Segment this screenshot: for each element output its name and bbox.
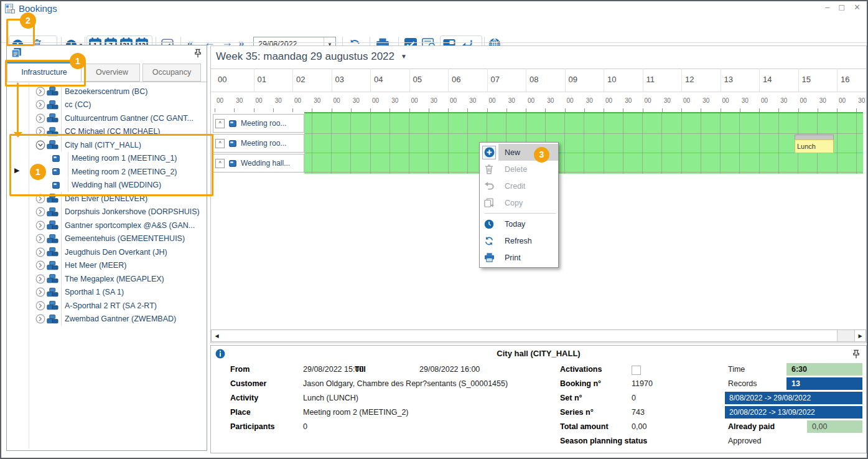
maximize-button[interactable]: ◻: [838, 2, 845, 12]
tree-item[interactable]: Jeugdhuis Den Overkant (JH): [7, 245, 207, 259]
scroll-right-button[interactable]: ▶: [854, 330, 866, 341]
expand-icon[interactable]: [35, 274, 45, 284]
row-collapse-button[interactable]: ^: [215, 119, 225, 128]
tree-item[interactable]: cc (CC): [7, 98, 207, 112]
site-cubes-icon: [47, 261, 58, 270]
sidebar-pin-icon[interactable]: [194, 49, 202, 60]
activations-label: Activations: [560, 365, 602, 374]
expand-icon[interactable]: [35, 207, 45, 217]
room-cube-icon: [52, 155, 60, 162]
booking-details-panel: City hall (CITY_HALL) From 29/08/2022 15…: [210, 345, 867, 453]
resource-row-1[interactable]: ^Meeting roo...: [213, 114, 304, 133]
tab-overview[interactable]: Overview: [84, 64, 140, 82]
collapse-icon[interactable]: [35, 140, 45, 150]
from-label: From: [230, 365, 250, 374]
menu-item-delete: Delete: [480, 161, 558, 177]
expand-icon[interactable]: [35, 113, 45, 123]
tree-item[interactable]: Gemeentehuis (GEMEENTEHUIS): [7, 232, 207, 246]
tab-occupancy[interactable]: Occupancy: [142, 64, 201, 82]
expand-icon[interactable]: [35, 194, 45, 204]
halfhour-label: 30: [662, 92, 681, 112]
tree-item[interactable]: The Megaplex (MEGAPLEX): [7, 272, 207, 286]
tree-guide-line: [61, 286, 62, 299]
tree-item[interactable]: Meeting room 1 (MEETING_1): [7, 152, 207, 166]
tree-row-cursor: ▶: [14, 166, 19, 174]
horizontal-scrollbar[interactable]: ◀ ▶: [211, 329, 866, 342]
close-button[interactable]: ✕: [854, 2, 861, 12]
tree-guide-line: [61, 313, 62, 326]
time-label: Time: [728, 365, 745, 374]
expand-icon[interactable]: [35, 260, 45, 270]
halfhour-label: 00: [487, 92, 506, 112]
tree-item[interactable]: CC Michael (CC MICHAEL): [7, 125, 207, 139]
hour-header: 0001020304050607080910111213141516: [211, 69, 866, 92]
expand-icon[interactable]: [35, 247, 45, 257]
hour-label-16: 16: [837, 69, 868, 92]
halfhour-label: 30: [856, 92, 868, 112]
clock-icon: [482, 217, 496, 231]
tree-item[interactable]: Gantner sportcomplex @A&S (GAN...: [7, 219, 207, 232]
row-collapse-button[interactable]: ^: [215, 159, 225, 168]
records-chip: 13: [786, 377, 862, 390]
expand-icon[interactable]: [35, 234, 45, 244]
tree-item-label: Sporthal 1 (SA 1): [65, 288, 124, 296]
undo-icon: [482, 179, 496, 193]
tree-guide-line: [61, 85, 62, 98]
tree-item[interactable]: Zwembad Gantner (ZWEMBAD): [7, 313, 207, 326]
tree-item[interactable]: Het Meer (MEER): [7, 259, 207, 273]
expand-icon[interactable]: [35, 287, 45, 297]
room-cube-icon: [229, 140, 236, 147]
tree-gutter-line: [29, 82, 29, 449]
menu-item-today[interactable]: Today: [480, 215, 558, 232]
scroll-left-button[interactable]: ◀: [212, 330, 223, 341]
expand-icon[interactable]: [35, 100, 45, 110]
week-dropdown-caret[interactable]: ▼: [401, 53, 407, 60]
scrollbar-thumb[interactable]: [222, 330, 838, 341]
expand-icon[interactable]: [35, 301, 45, 311]
halfhour-label: 30: [429, 92, 448, 112]
site-cubes-icon: [47, 220, 58, 230]
details-title: City hall (CITY_HALL): [211, 349, 866, 358]
minimize-button[interactable]: –: [825, 2, 829, 12]
expand-icon[interactable]: [35, 220, 45, 230]
tree-item[interactable]: City hall (CITY_HALL): [7, 138, 207, 152]
booking-event-lunch[interactable]: Lunch: [795, 135, 834, 153]
tree-item[interactable]: Sporthal 1 (SA 1): [7, 286, 207, 300]
documents-icon[interactable]: [11, 47, 22, 60]
row-collapse-button[interactable]: ^: [215, 139, 225, 148]
tree-item[interactable]: Bezoekerscentrum (BC): [7, 85, 207, 98]
site-cubes-icon: [47, 234, 58, 244]
site-cubes-icon: [47, 315, 58, 324]
schedule-grid[interactable]: [304, 112, 863, 174]
menu-item-refresh[interactable]: Refresh: [480, 232, 558, 249]
expand-icon[interactable]: [35, 126, 45, 136]
tree-item[interactable]: Wedding hall (WEDDING): [7, 179, 207, 192]
menu-separator: [485, 213, 556, 214]
week-header[interactable]: Week 35: maandag 29 augustus 2022▼: [211, 46, 866, 69]
details-pin-icon[interactable]: [852, 349, 860, 361]
tree-item[interactable]: A-Sporthal 2 RT (SA 2-RT): [7, 299, 207, 313]
menu-item-print[interactable]: Print: [480, 249, 558, 266]
room-cube-icon: [52, 182, 60, 189]
tree-item-label: Bezoekerscentrum (BC): [65, 87, 147, 96]
resource-row-2[interactable]: ^Meeting roo...: [213, 134, 304, 153]
tree-item[interactable]: Den Elver (DENELVER): [7, 192, 207, 206]
activations-checkbox[interactable]: [632, 366, 641, 375]
resource-row-3[interactable]: ^Wedding hall...: [213, 154, 304, 173]
time-chip: 6:30: [786, 363, 862, 376]
tree-item-label: Wedding hall (WEDDING): [72, 181, 161, 189]
tree-item-label: Den Elver (DENELVER): [65, 194, 147, 203]
participants-label: Participants: [230, 422, 275, 431]
halfhour-label: 30: [467, 92, 487, 112]
tree-item[interactable]: Dorpshuis Jonkershove (DORPSHUIS): [7, 206, 207, 219]
menu-item-label: Today: [498, 215, 558, 232]
set-number-value: 0: [632, 394, 636, 402]
tree-item-label: Jeugdhuis Den Overkant (JH): [65, 248, 167, 257]
menu-item-copy: Copy: [480, 194, 558, 211]
expand-icon[interactable]: [35, 314, 45, 324]
tree-guide-line: [61, 98, 62, 111]
tree-item-label: Meeting room 1 (MEETING_1): [72, 154, 177, 163]
expand-icon[interactable]: [35, 87, 45, 97]
menu-item-label: Delete: [498, 161, 558, 177]
tree-item[interactable]: Cultuurcentrum Gantner (CC GANT...: [7, 111, 207, 125]
